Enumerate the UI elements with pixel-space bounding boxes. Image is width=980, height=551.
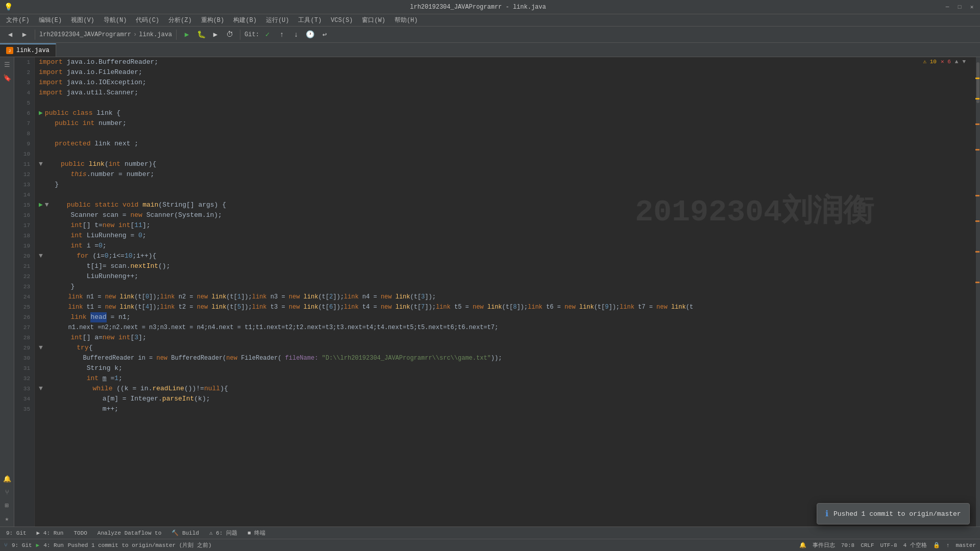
menu-item-n[interactable]: 导航(N) xyxy=(100,15,131,26)
code-line-20: ▼ for (i=0;i<=10;i++){ xyxy=(35,251,976,261)
tab-analyze[interactable]: Analyze Dataflow to xyxy=(95,529,163,537)
menu-item-c[interactable]: 代码(C) xyxy=(132,15,163,26)
tab-git[interactable]: 9: Git xyxy=(4,529,29,537)
git-history-button[interactable]: 🕐 xyxy=(304,29,316,41)
navigate-forward-button[interactable]: ▶ xyxy=(18,29,31,41)
line-num-28: 28 xyxy=(16,333,30,343)
git-pull-button[interactable]: ↓ xyxy=(290,29,302,41)
line-num-26: 26 xyxy=(16,312,30,322)
left-sidebar: ☰ 🔖 🔔 ⑂ ⊞ ★ xyxy=(0,57,14,527)
event-log-label: 事件日志 xyxy=(813,541,835,549)
code-line-4: import java.util.Scanner; xyxy=(35,88,976,98)
statusbar: ⑂ 9: Git ▶ 4: Run Pushed 1 commit to ori… xyxy=(0,539,980,551)
code-line-15: ▶ ▼ public static void main(String[] arg… xyxy=(35,200,976,210)
code-marker-5 xyxy=(975,251,979,253)
code-line-23: } xyxy=(35,282,976,292)
line-num-3: 3 xyxy=(16,78,30,88)
menu-item-h[interactable]: 帮助(H) xyxy=(390,15,422,26)
git-status-icon: ⑂ xyxy=(4,542,8,548)
navigate-back-button[interactable]: ◀ xyxy=(4,29,16,41)
warning-marker-2 xyxy=(975,98,979,99)
line-num-18: 18 xyxy=(16,231,30,241)
code-line-16: Scanner scan = new Scanner(System.in); xyxy=(35,210,976,220)
bottom-tabs-bar: 9: Git ▶ 4: Run TODO Analyze Dataflow to… xyxy=(0,527,980,539)
maximize-button[interactable]: □ xyxy=(955,3,964,11)
line-num-32: 32 xyxy=(16,373,30,384)
structure-icon[interactable]: ☰ xyxy=(2,59,13,70)
code-container: 1 2 3 4 5 6 7 8 9 10 11 12 13 14 15 16 1… xyxy=(14,57,980,527)
git-tab-label: 9: Git xyxy=(6,530,27,536)
tab-link-java[interactable]: J link.java xyxy=(0,43,56,57)
menu-item-w[interactable]: 窗口(W) xyxy=(358,15,389,26)
tab-run[interactable]: ▶ 4: Run xyxy=(35,529,66,537)
titlebar-left: 💡 xyxy=(4,3,13,11)
line-num-29: 29 xyxy=(16,343,30,353)
line-num-33: 33 xyxy=(16,384,30,394)
branch-icon[interactable]: ⑂ xyxy=(2,487,13,498)
git-push-button[interactable]: ↑ xyxy=(276,29,288,41)
line-num-30: 30 xyxy=(16,353,30,363)
menu-item-vcss[interactable]: VCS(S) xyxy=(327,16,357,25)
code-line-12: this.number = number; xyxy=(35,169,976,180)
lock-icon: 🔒 xyxy=(933,542,940,548)
close-button[interactable]: ✕ xyxy=(968,3,976,11)
toast-message: Pushed 1 commit to origin/master xyxy=(834,510,961,518)
line-num-5: 5 xyxy=(16,98,30,108)
line-num-8: 8 xyxy=(16,129,30,139)
project-label: lrh20192304_JAVAProgramrr xyxy=(39,31,131,38)
tab-terminal[interactable]: ■ 终端 xyxy=(246,528,267,538)
menu-item-b[interactable]: 构建(B) xyxy=(229,15,261,26)
branch-name[interactable]: master xyxy=(955,542,976,548)
menubar: 文件(F)编辑(E)视图(V)导航(N)代码(C)分析(Z)重构(B)构建(B)… xyxy=(0,14,980,27)
terminal-icon[interactable]: ⊞ xyxy=(2,500,13,511)
git-commit-button[interactable]: ✓ xyxy=(261,29,274,41)
debug-button[interactable]: 🐛 xyxy=(195,29,207,41)
scroll-thumb[interactable] xyxy=(976,62,979,103)
minimize-button[interactable]: ─ xyxy=(943,3,951,11)
code-line-28: int[] a=new int[3]; xyxy=(35,333,976,343)
menu-item-z[interactable]: 分析(Z) xyxy=(164,15,196,26)
code-line-32: int m =1; xyxy=(35,373,976,384)
profile-button[interactable]: ⏱ xyxy=(224,29,236,41)
run-button[interactable]: ▶ xyxy=(181,29,193,41)
run-with-coverage-button[interactable]: ▶ xyxy=(209,29,222,41)
tab-problems[interactable]: ⚠ 6: 问题 xyxy=(207,528,239,538)
analyze-tab-label: Analyze Dataflow to xyxy=(97,530,161,536)
git-revert-button[interactable]: ↩ xyxy=(318,29,331,41)
line-num-35: 35 xyxy=(16,404,30,414)
vcs-push-icon[interactable]: ↑ xyxy=(946,542,950,548)
code-line-18: int LiuRunheng = 0; xyxy=(35,231,976,241)
notification-icon[interactable]: 🔔 xyxy=(2,473,13,485)
menu-item-t[interactable]: 工具(T) xyxy=(294,15,326,26)
todo-tab-label: TODO xyxy=(74,530,87,536)
star-icon[interactable]: ★ xyxy=(2,513,13,524)
line-num-10: 10 xyxy=(16,149,30,159)
code-line-30: BufferedReader in = new BufferedReader(n… xyxy=(35,353,976,363)
menu-item-e[interactable]: 编辑(E) xyxy=(35,15,66,26)
tab-todo[interactable]: TODO xyxy=(71,529,89,537)
menu-item-f[interactable]: 文件(F) xyxy=(2,15,34,26)
line-num-11: 11 xyxy=(16,159,30,169)
menu-item-b[interactable]: 重构(B) xyxy=(197,15,229,26)
code-line-3: import java.io.IOException; xyxy=(35,78,976,88)
code-line-22: LiuRunheng++; xyxy=(35,271,976,282)
code-line-29: ▼ try{ xyxy=(35,343,976,353)
line-num-12: 12 xyxy=(16,169,30,180)
menu-item-v[interactable]: 视图(V) xyxy=(67,15,99,26)
bookmark-icon[interactable]: 🔖 xyxy=(2,72,13,84)
vertical-scrollbar[interactable] xyxy=(976,57,980,527)
warning-marker xyxy=(975,78,979,79)
toolbar-separator-1 xyxy=(35,30,35,40)
line-num-7: 7 xyxy=(16,118,30,129)
line-num-23: 23 xyxy=(16,282,30,292)
statusbar-left: ⑂ 9: Git ▶ 4: Run Pushed 1 commit to ori… xyxy=(4,541,211,549)
code-line-7: public int number; xyxy=(35,118,976,129)
code-area[interactable]: 20192304刘润衡 ⚠ 10 ✕ 6 ▲ ▼ import java.io.… xyxy=(35,57,976,527)
line-num-17: 17 xyxy=(16,220,30,231)
menu-item-u[interactable]: 运行(U) xyxy=(262,15,293,26)
titlebar-title: lrh20192304_JAVAProgramrr - link.java xyxy=(410,4,546,11)
tab-build[interactable]: 🔨 Build xyxy=(169,529,201,537)
line-num-15: 15 xyxy=(16,200,30,210)
code-line-10 xyxy=(35,149,976,159)
code-line-33: ▼ while ((k = in.readLine())!=null){ xyxy=(35,384,976,394)
